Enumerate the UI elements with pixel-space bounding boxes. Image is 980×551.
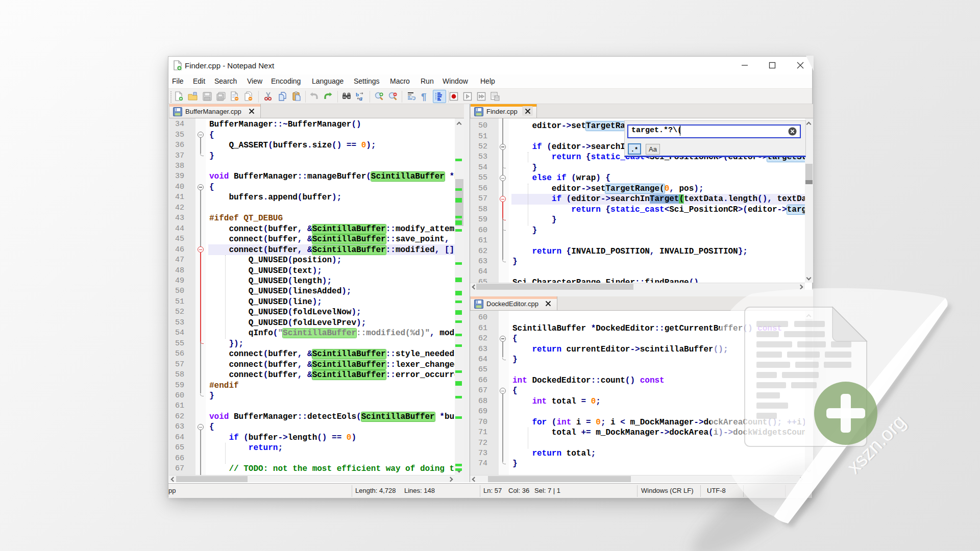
svg-text:xszn.org: xszn.org [843, 411, 910, 478]
svg-text:xszn.org: xszn.org [844, 411, 911, 478]
svg-text:¶: ¶ [421, 91, 427, 102]
svg-text:b: b [356, 91, 359, 97]
